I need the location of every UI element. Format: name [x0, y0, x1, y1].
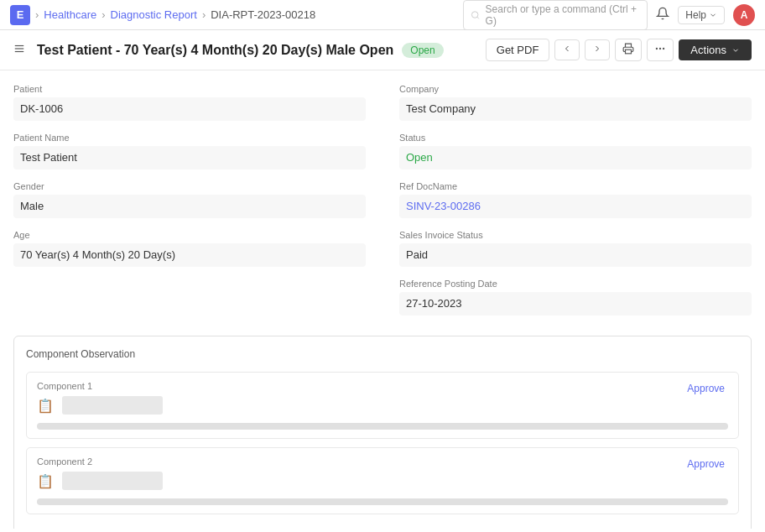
svg-line-1 [477, 17, 479, 18]
component-observation-section: Component Observation Component 1 📋 Appr… [13, 336, 752, 529]
component-2-label: Component 2 [37, 456, 163, 467]
component-1-bar [37, 423, 728, 430]
app-icon[interactable]: E [10, 5, 30, 25]
component-2-item: Component 2 📋 Approve [26, 447, 739, 514]
sales-invoice-status-field: Sales Invoice Status Paid [399, 230, 752, 267]
action-bar-right: Get PDF Actions [486, 39, 752, 61]
main-scroll-area: Patient DK-1006 Patient Name Test Patien… [0, 70, 765, 529]
breadcrumb-healthcare[interactable]: Healthcare [44, 8, 96, 21]
age-label: Age [13, 230, 366, 240]
breadcrumb-sep-3: › [202, 8, 206, 21]
form-right-column: Company Test Company Status Open Ref Doc… [399, 84, 752, 327]
component-1-header: Component 1 📋 Approve [37, 381, 728, 415]
component-1-icon: 📋 [37, 398, 54, 414]
actions-label: Actions [690, 44, 726, 56]
svg-rect-5 [626, 50, 632, 54]
breadcrumb-sep-2: › [101, 8, 105, 21]
status-badge: Open [402, 43, 443, 58]
component-1-approve-button[interactable]: Approve [684, 381, 728, 396]
company-label: Company [399, 84, 752, 94]
chevron-right-icon [592, 44, 602, 54]
company-field: Company Test Company [399, 84, 752, 121]
svg-point-7 [660, 48, 661, 49]
search-placeholder: Search or type a command (Ctrl + G) [486, 3, 641, 27]
patient-name-field: Patient Name Test Patient [13, 133, 366, 170]
svg-point-0 [472, 11, 479, 18]
print-button[interactable] [615, 39, 642, 61]
ref-docname-label: Ref DocName [399, 181, 752, 191]
prev-nav-button[interactable] [554, 39, 580, 60]
chevron-down-icon [709, 11, 717, 19]
action-bar-left: Test Patient - 70 Year(s) 4 Month(s) 20 … [13, 43, 444, 58]
gender-value: Male [13, 195, 366, 218]
age-field: Age 70 Year(s) 4 Month(s) 20 Day(s) [13, 230, 366, 267]
age-value: 70 Year(s) 4 Month(s) 20 Day(s) [13, 243, 366, 267]
notification-icon[interactable] [656, 7, 669, 23]
breadcrumb-sep-1: › [35, 8, 39, 21]
actions-chevron-icon [731, 46, 740, 55]
svg-point-6 [657, 48, 658, 49]
get-pdf-button[interactable]: Get PDF [486, 39, 550, 61]
component-observation-title: Component Observation [26, 348, 739, 360]
gender-field: Gender Male [13, 181, 366, 218]
company-value: Test Company [399, 97, 752, 121]
component-2-header: Component 2 📋 Approve [37, 456, 728, 490]
patient-field: Patient DK-1006 [13, 84, 366, 121]
form-left-column: Patient DK-1006 Patient Name Test Patien… [13, 84, 366, 327]
page-title: Test Patient - 70 Year(s) 4 Month(s) 20 … [37, 43, 393, 58]
next-nav-button[interactable] [585, 39, 610, 60]
topbar-right: Search or type a command (Ctrl + G) Help… [463, 0, 755, 30]
ref-docname-value[interactable]: SINV-23-00286 [399, 195, 752, 218]
component-2-icon: 📋 [37, 473, 54, 489]
sales-invoice-status-label: Sales Invoice Status [399, 230, 752, 240]
svg-point-8 [664, 48, 664, 49]
sales-invoice-status-value: Paid [399, 243, 752, 267]
component-2-left: Component 2 📋 [37, 456, 163, 490]
status-value: Open [399, 146, 752, 170]
avatar[interactable]: A [733, 4, 755, 26]
patient-name-value: Test Patient [13, 146, 366, 170]
gender-label: Gender [13, 181, 366, 191]
form-container: Patient DK-1006 Patient Name Test Patien… [0, 70, 765, 327]
help-label: Help [685, 9, 706, 21]
breadcrumb-current: DIA-RPT-2023-00218 [211, 8, 315, 21]
topbar: E › Healthcare › Diagnostic Report › DIA… [0, 0, 765, 30]
reference-posting-date-label: Reference Posting Date [399, 279, 752, 289]
actions-button[interactable]: Actions [679, 39, 752, 60]
patient-label: Patient [13, 84, 366, 94]
more-options-button[interactable] [647, 39, 674, 61]
form-grid: Patient DK-1006 Patient Name Test Patien… [13, 84, 752, 327]
chevron-left-icon [562, 44, 572, 54]
reference-posting-date-field: Reference Posting Date 27-10-2023 [399, 279, 752, 316]
ref-docname-field: Ref DocName SINV-23-00286 [399, 181, 752, 218]
search-icon [471, 10, 480, 20]
breadcrumb-area: E › Healthcare › Diagnostic Report › DIA… [10, 5, 315, 25]
status-label: Status [399, 133, 752, 143]
form-section: Patient DK-1006 Patient Name Test Patien… [0, 70, 765, 529]
component-1-input[interactable] [62, 396, 163, 415]
component-2-bar [37, 498, 728, 505]
menu-icon[interactable] [13, 43, 25, 57]
search-box[interactable]: Search or type a command (Ctrl + G) [463, 0, 648, 30]
component-1-item: Component 1 📋 Approve [26, 372, 739, 439]
help-button[interactable]: Help [678, 6, 725, 24]
component-2-input[interactable] [62, 472, 163, 490]
printer-icon [622, 43, 634, 55]
component-1-label: Component 1 [37, 381, 163, 391]
component-2-approve-button[interactable]: Approve [684, 456, 728, 472]
status-field: Status Open [399, 133, 752, 170]
reference-posting-date-value: 27-10-2023 [399, 292, 752, 316]
ellipsis-icon [654, 43, 666, 55]
breadcrumb-diagnostic-report[interactable]: Diagnostic Report [111, 8, 197, 21]
patient-value: DK-1006 [13, 97, 366, 121]
patient-name-label: Patient Name [13, 133, 366, 143]
component-1-left: Component 1 📋 [37, 381, 163, 415]
action-bar: Test Patient - 70 Year(s) 4 Month(s) 20 … [0, 30, 765, 70]
